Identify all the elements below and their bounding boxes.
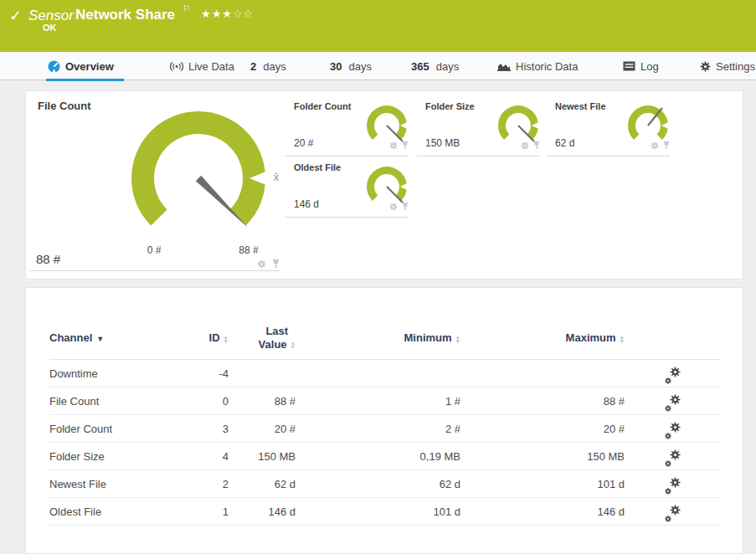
tab-label: Log — [640, 60, 659, 73]
channel-name[interactable]: Newest File — [49, 478, 175, 490]
tile-divider — [29, 270, 280, 271]
channel-id: 1 — [175, 505, 229, 518]
tab-number: 2 — [250, 60, 256, 73]
tab-live-data[interactable]: Live Data — [170, 52, 234, 80]
stars-filled: ★★★ — [201, 8, 233, 20]
gauge-value: 62 d — [555, 137, 574, 149]
tab-historic-data[interactable]: Historic Data — [497, 52, 578, 80]
channel-name[interactable]: Oldest File — [49, 505, 175, 518]
channel-name[interactable]: File Count — [49, 395, 175, 408]
gauge-icon — [48, 60, 60, 73]
tab-label: Live Data — [188, 60, 234, 73]
channel-settings-icon[interactable] — [665, 449, 681, 464]
channel-minimum: 62 d — [296, 478, 460, 490]
primary-gauge-title: File Count — [38, 100, 91, 112]
channel-maximum: 146 d — [460, 505, 625, 518]
channel-last-value: 20 # — [229, 423, 296, 435]
channel-settings-icon[interactable] — [665, 477, 681, 491]
gear-icon — [700, 61, 711, 72]
table-row: Newest File 2 62 d 62 d 101 d — [49, 470, 721, 498]
gauge-scale-max: 88 # — [228, 244, 270, 256]
average-marker: x̄ — [274, 172, 279, 183]
channel-settings-icon[interactable] — [665, 367, 681, 381]
tab-2-days[interactable]: 2days — [250, 52, 286, 80]
gauges-panel: File Count x̄ 0 # 88 # 88 # Folder Count… — [25, 90, 743, 280]
col-header-minimum[interactable]: Minimum▲▼ — [296, 331, 460, 344]
gauge-title: Oldest File — [294, 162, 341, 172]
channel-settings-icon[interactable] — [665, 505, 681, 519]
folder-size-tile: Folder Size 150 MB — [417, 98, 543, 158]
channel-maximum: 101 d — [460, 478, 625, 490]
broadcast-icon — [170, 61, 183, 72]
tile-divider — [417, 156, 540, 156]
table-row: Downtime -4 — [49, 360, 721, 387]
table-row: Folder Size 4 150 MB 0,19 MB 150 MB — [49, 443, 721, 470]
status-badge: OK — [43, 23, 57, 33]
tab-label: days — [436, 60, 459, 73]
folder-count-tile: Folder Count 20 # — [285, 98, 411, 158]
pin-icon[interactable] — [532, 138, 541, 153]
channel-id: 3 — [175, 423, 229, 435]
channel-settings-icon[interactable] — [665, 422, 681, 436]
object-kind-label: Sensor — [28, 8, 74, 24]
col-header-maximum[interactable]: Maximum▲▼ — [460, 331, 625, 344]
channel-last-value: 150 MB — [229, 450, 296, 463]
flag-icon[interactable]: ⚐ — [183, 3, 191, 14]
gauge-value: 146 d — [294, 198, 319, 210]
channel-minimum: 1 # — [296, 395, 460, 408]
log-list-icon — [623, 61, 635, 71]
channels-table-panel: Channel▼ ID▲▼ LastValue▲▼ Minimum▲▼ Maxi… — [25, 287, 743, 554]
area-chart-icon — [497, 61, 511, 72]
gauge-scale-min: 0 # — [133, 244, 175, 256]
tab-bar: Overview Live Data 2days 30days 365days … — [0, 52, 756, 80]
priority-stars[interactable]: ★★★☆☆ — [201, 8, 254, 20]
tab-number: 365 — [411, 60, 429, 73]
oldest-file-tile: Oldest File 146 d — [285, 159, 411, 219]
pin-icon[interactable] — [401, 138, 409, 153]
channel-id: 2 — [175, 478, 229, 490]
channels-table: Channel▼ ID▲▼ LastValue▲▼ Minimum▲▼ Maxi… — [49, 316, 721, 526]
channel-maximum: 20 # — [460, 423, 625, 435]
gauge-value: 150 MB — [425, 137, 460, 149]
tile-divider — [547, 156, 670, 156]
sort-icon: ▲▼ — [620, 335, 625, 343]
tile-divider — [285, 156, 409, 156]
col-header-last-value[interactable]: LastValue▲▼ — [229, 325, 296, 351]
tab-30-days[interactable]: 30days — [330, 52, 372, 80]
channel-minimum: 101 d — [296, 505, 460, 518]
table-row: Folder Count 3 20 # 2 # 20 # — [49, 415, 721, 443]
channel-settings-icon[interactable] — [665, 394, 681, 408]
primary-gauge-value: 88 # — [36, 252, 60, 266]
col-header-id[interactable]: ID▲▼ — [175, 331, 229, 344]
tab-365-days[interactable]: 365days — [411, 52, 459, 80]
table-row: Oldest File 1 146 d 101 d 146 d — [49, 498, 721, 526]
sensor-name: Network Share — [75, 7, 175, 23]
pin-icon[interactable] — [401, 199, 409, 214]
tab-number: 30 — [330, 60, 342, 73]
newest-file-tile: Newest File 62 d — [547, 98, 672, 158]
tab-settings[interactable]: Settings — [700, 52, 755, 80]
tab-label: Settings — [716, 60, 755, 73]
gauge-title: Folder Count — [294, 101, 351, 111]
table-header-row: Channel▼ ID▲▼ LastValue▲▼ Minimum▲▼ Maxi… — [49, 316, 721, 360]
gauge-title: Newest File — [555, 101, 606, 111]
channel-name[interactable]: Folder Size — [49, 450, 175, 463]
channel-last-value: 88 # — [229, 395, 296, 408]
gauge-settings-gear-icon[interactable] — [389, 199, 398, 214]
status-ok-check-icon: ✓ — [9, 7, 22, 25]
channel-name[interactable]: Downtime — [49, 367, 175, 380]
channel-minimum: 2 # — [296, 423, 460, 435]
gauge-settings-gear-icon[interactable] — [651, 138, 659, 153]
stars-empty: ☆☆ — [233, 8, 254, 20]
tab-overview[interactable]: Overview — [48, 52, 114, 80]
tab-log[interactable]: Log — [623, 52, 659, 80]
sort-desc-icon: ▼ — [96, 335, 104, 343]
channel-maximum: 88 # — [460, 395, 625, 408]
channel-name[interactable]: Folder Count — [49, 423, 175, 435]
channel-maximum: 150 MB — [460, 450, 625, 463]
gauge-settings-gear-icon[interactable] — [389, 138, 398, 153]
col-header-channel[interactable]: Channel▼ — [49, 331, 175, 344]
channel-id: -4 — [175, 367, 229, 380]
pin-icon[interactable] — [662, 138, 671, 153]
gauge-settings-gear-icon[interactable] — [521, 138, 529, 153]
